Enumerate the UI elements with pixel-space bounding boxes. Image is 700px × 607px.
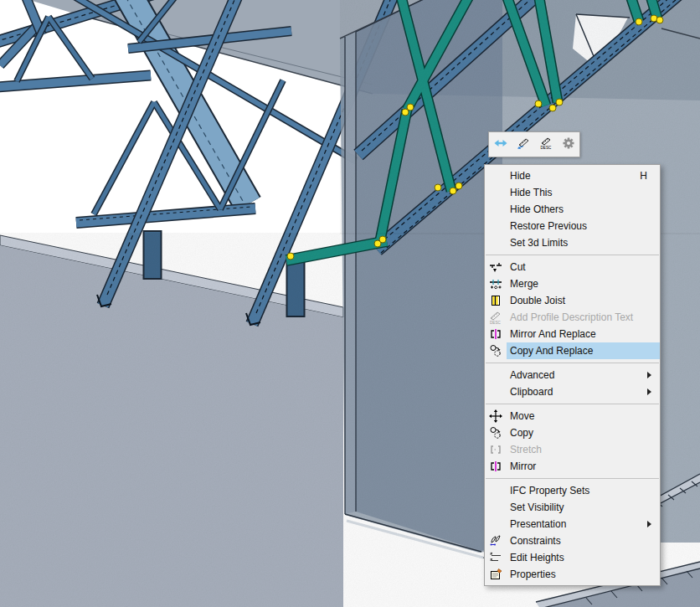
menu-item-label: Restore Previous [510,220,587,232]
mirror-replace-icon [489,327,502,341]
menu-item-label: Move [510,410,534,422]
menu-item-label: Mirror [510,460,536,472]
menu-item-label: Set 3d Limits [510,237,568,249]
truss-member[interactable] [76,207,255,223]
properties-icon [489,568,502,581]
menu-item-ifc-property-sets[interactable]: IFC Property Sets [485,482,660,499]
constraints-icon [489,534,502,548]
menu-item-label: Copy [510,427,533,439]
edit-heights-icon [489,551,502,564]
menu-item-mirror[interactable]: Mirror [485,458,660,475]
submenu-arrow-icon [647,372,655,378]
merge-icon [489,277,502,291]
menu-item-label: Properties [510,568,556,580]
copy-replace-icon [489,344,502,358]
menu-item-hide[interactable]: HideH [485,167,660,184]
beam-move-icon [517,136,530,153]
menu-item-label: Stretch [510,444,542,455]
menu-item-advanced[interactable]: Advanced [485,367,660,383]
menu-item-constraints[interactable]: Constraints [485,532,660,549]
copy-icon [489,426,502,440]
toolbar-button-stretch-arrows[interactable] [491,135,511,155]
menu-item-set-3d-limits[interactable]: Set 3d Limits [485,234,660,251]
menu-item-label: Mirror And Replace [510,328,596,340]
menu-separator [486,478,659,479]
menu-separator [486,404,659,404]
menu-item-label: Copy And Replace [510,345,593,357]
cad-application: { "context_toolbar": { "buttons": [ {"ic… [0,0,700,607]
menu-item-clipboard[interactable]: Clipboard [485,383,660,400]
menu-item-mirror-and-replace[interactable]: Mirror And Replace [485,326,660,342]
menu-separator [486,255,659,255]
menu-item-presentation[interactable]: Presentation [485,516,660,532]
menu-item-restore-previous[interactable]: Restore Previous [485,218,660,234]
desc-beam-icon: DESC [489,311,502,324]
menu-item-label: Hide This [510,187,552,198]
menu-item-properties[interactable]: Properties [485,566,660,583]
double-joist-icon [489,294,502,307]
toolbar-button-gear[interactable] [558,135,579,155]
menu-item-label: Hide Others [510,203,564,215]
menu-item-label: Double Joist [510,295,565,306]
mirror-icon [489,460,502,473]
menu-item-add-profile-description-text: DESCAdd Profile Description Text [485,309,660,326]
toolbar-button-beam-move[interactable] [513,135,533,155]
stretch-icon [489,443,502,456]
menu-item-copy[interactable]: Copy [485,424,660,441]
menu-item-label: Edit Heights [510,552,564,563]
move-icon [489,409,502,423]
menu-item-merge[interactable]: Merge [485,275,660,292]
menu-item-label: Presentation [510,518,566,530]
menu-item-edit-heights[interactable]: Edit Heights [485,549,660,566]
submenu-arrow-icon [647,521,655,527]
context-menu: HideHHide ThisHide OthersRestore Previou… [484,164,661,586]
menu-item-label: Hide [510,170,531,182]
menu-item-label: Constraints [510,535,561,547]
menu-item-move[interactable]: Move [485,408,660,424]
cut-icon [489,260,502,274]
truss-member[interactable] [0,75,151,87]
menu-item-label: Add Profile Description Text [510,311,633,323]
menu-item-copy-and-replace[interactable]: Copy And Replace [485,342,660,359]
beam-desc-icon: DESC [539,136,553,153]
submenu-arrow-icon [647,388,655,395]
svg-text:DESC: DESC [490,321,501,325]
menu-item-stretch: Stretch [485,441,660,458]
menu-separator [486,363,659,363]
menu-item-set-visibility[interactable]: Set Visibility [485,499,660,516]
menu-item-label: Cut [510,261,526,273]
menu-item-label: Advanced [510,369,554,381]
menu-item-label: Clipboard [510,386,553,398]
menu-item-double-joist[interactable]: Double Joist [485,292,660,309]
menu-item-hide-others[interactable]: Hide Others [485,201,660,218]
menu-item-shortcut: H [640,170,647,182]
menu-item-label: Set Visibility [510,502,564,513]
gear-icon [562,136,575,153]
menu-item-label: Merge [510,278,538,290]
svg-text:DESC: DESC [540,146,551,150]
stretch-arrows-icon [494,136,507,153]
context-toolbar: DESC [488,131,580,157]
toolbar-button-beam-desc[interactable]: DESC [536,135,556,155]
menu-item-label: IFC Property Sets [510,485,589,496]
menu-item-cut[interactable]: Cut [485,259,660,275]
menu-item-hide-this[interactable]: Hide This [485,184,660,201]
